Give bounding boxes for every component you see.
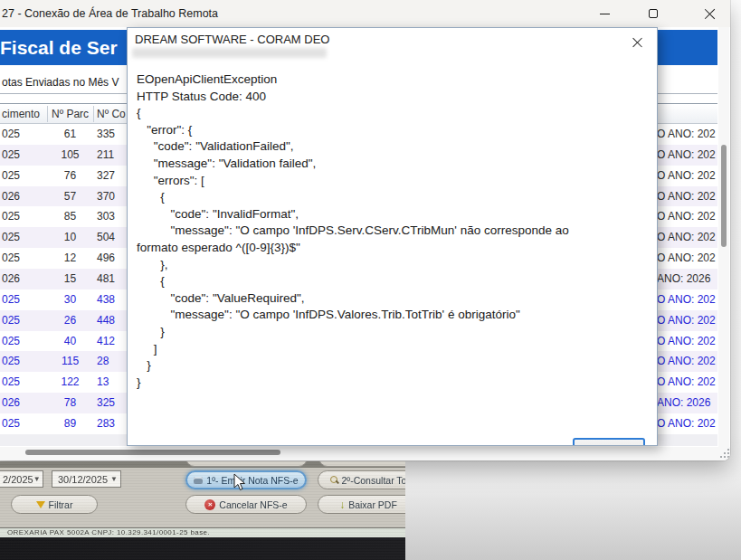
minimize-button[interactable] — [584, 0, 625, 27]
filter-button[interactable]: Filtrar — [11, 495, 98, 514]
cell-ctrl: 504 — [97, 227, 115, 248]
cell-venc: 025 — [2, 289, 20, 310]
cell-parc: 89 — [47, 413, 93, 434]
window-title: 27 - Conexão de Área de Trabalho Remota — [2, 0, 218, 27]
cell-venc: 025 — [2, 413, 20, 434]
cell-ano: O ANO: 202 — [657, 206, 716, 227]
cell-ctrl: 28 — [97, 351, 109, 372]
cell-venc: 025 — [2, 372, 20, 393]
cell-ano: O ANO: 202 — [657, 145, 716, 166]
cell-parc: 115 — [47, 351, 93, 372]
cell-ctrl: 448 — [97, 310, 115, 331]
cell-ano: O ANO: 202 — [657, 413, 716, 434]
photo-status-line: OREXARIA PAX 5002A CNPJ: 10.329.341/0001… — [0, 527, 405, 537]
vertical-scrollbar-thumb[interactable] — [721, 145, 727, 247]
photo-partial-button — [185, 461, 308, 467]
dialog-ghost-artifact — [132, 48, 327, 58]
vertical-scrollbar[interactable] — [718, 27, 729, 447]
ok-button[interactable] — [573, 438, 645, 446]
chevron-down-icon[interactable]: ▼ — [33, 475, 41, 483]
error-dialog: DREAM SOFTWARE - CORAM DEO EOpenApiClien… — [127, 27, 658, 446]
cell-ano: O ANO: 202 — [657, 186, 716, 207]
cell-ctrl: 496 — [97, 248, 115, 269]
cell-parc: 122 — [47, 372, 93, 393]
consult-totals-label: 2º-Consultar To — [342, 475, 405, 486]
horizontal-scrollbar-thumb[interactable] — [25, 450, 280, 455]
cursor-icon — [233, 473, 246, 491]
cell-ano: O ANO: 202 — [657, 289, 716, 310]
cell-venc: 025 — [2, 124, 20, 145]
cell-ctrl: 13 — [97, 372, 109, 393]
column-header-controle[interactable]: Nº Co — [97, 104, 126, 124]
cell-ctrl: 303 — [97, 206, 115, 227]
resize-grip[interactable] — [720, 449, 730, 460]
cell-venc: 025 — [2, 145, 20, 166]
cell-parc: 57 — [47, 186, 93, 207]
cell-ctrl: 211 — [97, 145, 114, 166]
cancel-nfse-button[interactable]: × Cancelar NFS-e — [185, 495, 307, 514]
cell-ano: O ANO: 202 — [657, 248, 716, 269]
consult-totals-button[interactable]: 2º-Consultar To — [318, 470, 405, 489]
cell-ano: O ANO: 202 — [657, 227, 716, 248]
date-from-field[interactable]: 2/2025 ▼ — [0, 470, 43, 488]
emit-nfse-label: 1º- Emitir Nota NFS-e — [206, 475, 298, 486]
printer-icon — [194, 477, 203, 484]
cell-venc: 025 — [2, 206, 20, 227]
dialog-title: DREAM SOFTWARE - CORAM DEO — [135, 33, 329, 46]
cell-ctrl: 327 — [97, 166, 115, 186]
magnifier-icon — [330, 476, 338, 484]
date-to-value: 30/12/2025 — [58, 474, 108, 485]
cell-ctrl: 370 — [97, 186, 115, 207]
column-header-vencimento[interactable]: cimento — [2, 104, 40, 124]
download-pdf-button[interactable]: ↓ Baixar PDF — [318, 495, 405, 514]
date-from-value: 2/2025 — [3, 474, 33, 485]
maximize-icon — [649, 9, 658, 18]
download-pdf-label: Baixar PDF — [348, 499, 397, 510]
dialog-close-icon — [632, 37, 642, 47]
cell-ano: O ANO: 202 — [657, 331, 716, 352]
cell-ctrl: 283 — [97, 413, 115, 434]
horizontal-scrollbar[interactable] — [0, 447, 730, 460]
cell-ctrl: 325 — [97, 393, 115, 413]
column-separator — [47, 106, 48, 122]
app-header-title: Fiscal de Ser — [0, 37, 118, 59]
cancel-icon: × — [204, 499, 215, 510]
date-to-field[interactable]: 30/12/2025 ▼ — [52, 470, 121, 488]
cell-ctrl: 412 — [97, 331, 115, 352]
cell-ctrl: 438 — [97, 289, 115, 310]
filter-label: Filtrar — [49, 499, 73, 510]
cell-ano: ANO: 2026 — [657, 393, 710, 413]
cell-parc: 61 — [47, 124, 93, 145]
photo-black-band — [0, 537, 405, 560]
cell-venc: 025 — [2, 248, 20, 269]
cell-parc: 10 — [47, 227, 93, 248]
maximize-button[interactable] — [632, 0, 674, 27]
cell-ano: O ANO: 202 — [657, 166, 716, 186]
dialog-close-button[interactable] — [628, 33, 646, 51]
cell-parc: 30 — [47, 289, 93, 310]
window-titlebar[interactable]: 27 - Conexão de Área de Trabalho Remota — [0, 0, 730, 27]
funnel-icon — [36, 501, 45, 508]
cell-ano: O ANO: 202 — [657, 372, 716, 393]
close-icon — [704, 8, 715, 19]
close-button[interactable] — [689, 0, 730, 27]
chevron-down-icon[interactable]: ▼ — [110, 475, 118, 483]
column-header-parc[interactable]: Nº Parc — [52, 104, 89, 124]
cell-venc: 025 — [2, 351, 20, 372]
screen: 27 - Conexão de Área de Trabalho Remota … — [0, 0, 741, 560]
cell-parc: 40 — [47, 331, 93, 352]
cell-ano: O ANO: 202 — [657, 124, 716, 145]
cell-ctrl: 481 — [97, 269, 115, 289]
cancel-nfse-label: Cancelar NFS-e — [219, 499, 287, 510]
cell-parc: 76 — [47, 166, 93, 186]
cell-parc: 78 — [47, 393, 93, 413]
tab-notas-enviadas[interactable]: otas Enviadas no Mês V — [2, 76, 119, 89]
cell-venc: 026 — [2, 186, 20, 207]
emit-nfse-button[interactable]: 1º- Emitir Nota NFS-e — [185, 470, 307, 489]
cell-parc: 15 — [47, 269, 93, 289]
cell-ctrl: 335 — [97, 124, 115, 145]
cell-venc: 026 — [2, 269, 20, 289]
cell-parc: 26 — [47, 310, 93, 331]
cell-parc: 105 — [47, 145, 93, 166]
column-separator — [93, 106, 94, 122]
